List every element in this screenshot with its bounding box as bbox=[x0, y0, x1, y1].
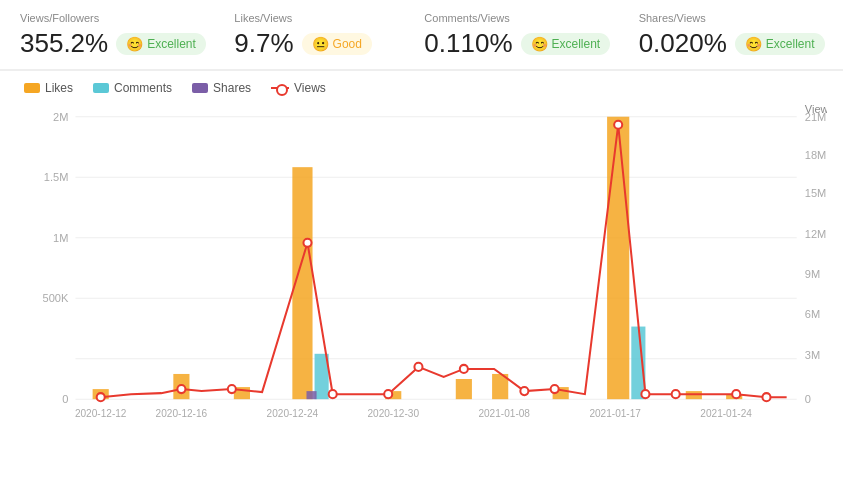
metric-value-3: 0.020% bbox=[639, 28, 727, 59]
svg-point-45 bbox=[329, 390, 337, 398]
smiley-icon-0: 😊 bbox=[126, 36, 143, 52]
svg-rect-40 bbox=[306, 391, 316, 399]
svg-point-51 bbox=[614, 121, 622, 129]
smiley-icon-1: 😐 bbox=[312, 36, 329, 52]
badge-0: 😊 Excellent bbox=[116, 33, 206, 55]
svg-text:500K: 500K bbox=[43, 292, 69, 304]
svg-rect-35 bbox=[607, 117, 629, 399]
legend-views-label: Views bbox=[294, 81, 326, 95]
svg-point-52 bbox=[641, 390, 649, 398]
svg-text:1.5M: 1.5M bbox=[44, 171, 69, 183]
svg-text:3M: 3M bbox=[805, 349, 820, 361]
metric-label-1: Likes/Views bbox=[234, 12, 394, 24]
badge-1: 😐 Good bbox=[302, 33, 372, 55]
smiley-icon-3: 😊 bbox=[745, 36, 762, 52]
svg-rect-32 bbox=[456, 379, 472, 399]
svg-text:2M: 2M bbox=[53, 111, 68, 123]
smiley-icon-2: 😊 bbox=[531, 36, 548, 52]
svg-point-47 bbox=[414, 363, 422, 371]
svg-rect-36 bbox=[631, 327, 645, 400]
svg-point-53 bbox=[672, 390, 680, 398]
svg-point-49 bbox=[520, 387, 528, 395]
metric-label-3: Shares/Views bbox=[639, 12, 823, 24]
svg-point-54 bbox=[732, 390, 740, 398]
svg-point-55 bbox=[762, 393, 770, 401]
chart-container: Likes Comments Shares Views 2M 1.5M bbox=[0, 71, 843, 461]
badge-text-3: Excellent bbox=[766, 37, 815, 51]
svg-text:0: 0 bbox=[805, 393, 811, 405]
metric-comments-views: Comments/Views 0.110% 😊 Excellent bbox=[424, 12, 608, 59]
legend-comments-label: Comments bbox=[114, 81, 172, 95]
metric-value-0: 355.2% bbox=[20, 28, 108, 59]
legend-views-line bbox=[271, 87, 289, 89]
chart-svg: 2M 1.5M 1M 500K 0 21M 18M 15M 12M 9M 6M … bbox=[20, 103, 827, 423]
svg-text:2020-12-24: 2020-12-24 bbox=[267, 408, 319, 419]
badge-2: 😊 Excellent bbox=[521, 33, 611, 55]
svg-text:2020-12-30: 2020-12-30 bbox=[367, 408, 419, 419]
legend-likes-label: Likes bbox=[45, 81, 73, 95]
svg-text:18M: 18M bbox=[805, 149, 827, 161]
badge-text-0: Excellent bbox=[147, 37, 196, 51]
legend-shares: Shares bbox=[192, 81, 251, 95]
svg-text:2020-12-12: 2020-12-12 bbox=[75, 408, 127, 419]
badge-3: 😊 Excellent bbox=[735, 33, 825, 55]
metric-value-1: 9.7% bbox=[234, 28, 293, 59]
metrics-row: Views/Followers 355.2% 😊 Excellent Likes… bbox=[0, 0, 843, 70]
badge-text-1: Good bbox=[333, 37, 362, 51]
chart-area: 2M 1.5M 1M 500K 0 21M 18M 15M 12M 9M 6M … bbox=[20, 103, 827, 423]
svg-point-42 bbox=[177, 385, 185, 393]
svg-point-46 bbox=[384, 390, 392, 398]
metric-shares-views: Shares/Views 0.020% 😊 Excellent bbox=[639, 12, 823, 59]
legend-likes: Likes bbox=[24, 81, 73, 95]
metric-value-2: 0.110% bbox=[424, 28, 512, 59]
svg-text:12M: 12M bbox=[805, 228, 827, 240]
svg-text:6M: 6M bbox=[805, 308, 820, 320]
svg-text:2021-01-24: 2021-01-24 bbox=[700, 408, 752, 419]
svg-text:2021-01-17: 2021-01-17 bbox=[589, 408, 641, 419]
svg-point-41 bbox=[97, 393, 105, 401]
legend-views: Views bbox=[271, 81, 326, 95]
legend-comments: Comments bbox=[93, 81, 172, 95]
svg-text:1M: 1M bbox=[53, 232, 68, 244]
svg-point-43 bbox=[228, 385, 236, 393]
svg-text:15M: 15M bbox=[805, 187, 827, 199]
svg-text:2021-01-08: 2021-01-08 bbox=[478, 408, 530, 419]
svg-text:9M: 9M bbox=[805, 268, 820, 280]
chart-legend: Likes Comments Shares Views bbox=[20, 81, 827, 95]
svg-point-44 bbox=[303, 239, 311, 247]
metric-likes-views: Likes/Views 9.7% 😐 Good bbox=[234, 12, 394, 59]
svg-text:0: 0 bbox=[62, 393, 68, 405]
metric-label-0: Views/Followers bbox=[20, 12, 204, 24]
svg-text:Views: Views bbox=[805, 103, 827, 115]
legend-shares-box bbox=[192, 83, 208, 93]
svg-point-50 bbox=[551, 385, 559, 393]
legend-comments-box bbox=[93, 83, 109, 93]
metric-label-2: Comments/Views bbox=[424, 12, 608, 24]
legend-shares-label: Shares bbox=[213, 81, 251, 95]
svg-point-48 bbox=[460, 365, 468, 373]
legend-likes-box bbox=[24, 83, 40, 93]
badge-text-2: Excellent bbox=[552, 37, 601, 51]
metric-views-followers: Views/Followers 355.2% 😊 Excellent bbox=[20, 12, 204, 59]
svg-text:2020-12-16: 2020-12-16 bbox=[156, 408, 208, 419]
